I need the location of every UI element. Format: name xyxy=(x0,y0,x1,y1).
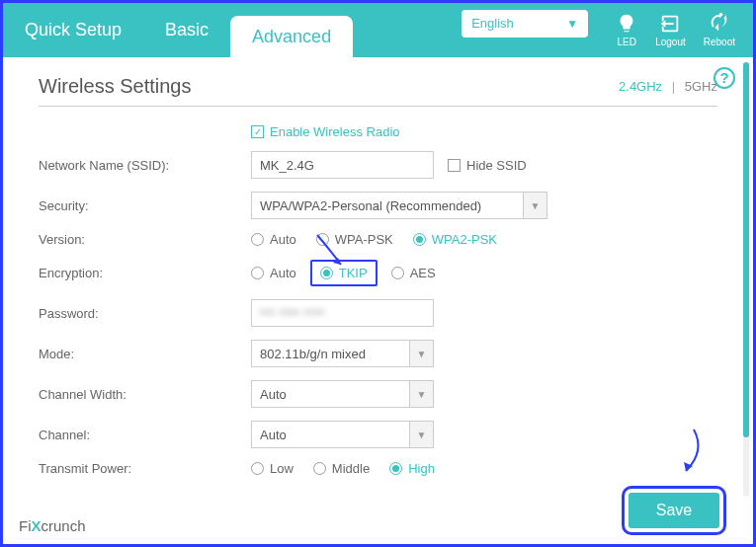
ssid-input[interactable] xyxy=(251,151,434,179)
encryption-label: Encryption: xyxy=(39,266,251,280)
header-bar: Quick Setup Basic Advanced English ▼ LED… xyxy=(3,3,753,57)
transmit-middle-radio[interactable]: Middle xyxy=(313,461,370,476)
scrollbar[interactable] xyxy=(743,62,749,497)
led-icon xyxy=(616,13,637,35)
version-wpa2psk-radio[interactable]: WPA2-PSK xyxy=(413,232,497,247)
transmit-high-radio[interactable]: High xyxy=(389,461,435,476)
title-row: Wireless Settings 2.4GHz | 5GHz xyxy=(39,75,717,107)
led-button[interactable]: LED xyxy=(616,13,637,47)
logout-button[interactable]: Logout xyxy=(655,13,686,47)
mode-label: Mode: xyxy=(39,347,251,361)
version-wpapsk-radio[interactable]: WPA-PSK xyxy=(316,232,393,247)
version-radio-group: Auto WPA-PSK WPA2-PSK xyxy=(251,232,497,247)
reboot-icon xyxy=(709,13,730,35)
help-icon[interactable]: ? xyxy=(714,67,735,89)
channel-width-select[interactable]: Auto ▼ xyxy=(251,380,434,408)
security-label: Security: xyxy=(39,198,251,213)
encryption-tkip-radio[interactable]: TKIP xyxy=(320,266,368,280)
tab-basic[interactable]: Basic xyxy=(143,3,230,57)
reboot-button[interactable]: Reboot xyxy=(704,13,735,47)
encryption-auto-radio[interactable]: Auto xyxy=(251,266,296,280)
encryption-radio-group: Auto TKIP AES xyxy=(251,260,436,286)
header-icons: LED Logout Reboot xyxy=(616,13,735,47)
language-select[interactable]: English ▼ xyxy=(462,10,588,38)
mode-select[interactable]: 802.11b/g/n mixed ▼ xyxy=(251,340,434,367)
password-input[interactable]: ••• •••• •••• xyxy=(251,299,434,327)
checkbox-checked-icon: ✓ xyxy=(251,125,264,138)
version-label: Version: xyxy=(39,232,251,247)
password-label: Password: xyxy=(39,306,251,321)
encryption-aes-radio[interactable]: AES xyxy=(391,266,436,280)
channel-width-label: Channel Width: xyxy=(39,387,251,402)
band-24ghz[interactable]: 2.4GHz xyxy=(619,79,662,94)
page-title: Wireless Settings xyxy=(39,75,192,98)
chevron-down-icon: ▼ xyxy=(409,381,433,407)
watermark-logo: FiXcrunch xyxy=(19,517,86,534)
tkip-highlight: TKIP xyxy=(310,260,378,286)
band-switcher: 2.4GHz | 5GHz xyxy=(619,79,717,94)
channel-select[interactable]: Auto ▼ xyxy=(251,421,434,448)
hide-ssid-checkbox[interactable]: Hide SSID xyxy=(448,158,527,173)
language-value: English xyxy=(471,16,514,31)
enable-wireless-checkbox[interactable]: ✓ Enable Wireless Radio xyxy=(251,124,717,139)
tab-advanced[interactable]: Advanced xyxy=(230,16,353,57)
chevron-down-icon: ▼ xyxy=(409,341,433,366)
save-button[interactable]: Save xyxy=(629,493,719,528)
chevron-down-icon: ▼ xyxy=(566,17,578,31)
transmit-low-radio[interactable]: Low xyxy=(251,461,294,476)
chevron-down-icon: ▼ xyxy=(409,422,433,447)
tab-quick-setup[interactable]: Quick Setup xyxy=(3,3,143,57)
chevron-down-icon: ▼ xyxy=(523,193,546,218)
transmit-radio-group: Low Middle High xyxy=(251,461,435,476)
scrollbar-thumb[interactable] xyxy=(743,62,749,437)
logout-icon xyxy=(659,13,681,35)
content-area: ? Wireless Settings 2.4GHz | 5GHz ✓ Enab… xyxy=(3,57,753,476)
band-5ghz[interactable]: 5GHz xyxy=(685,79,717,94)
channel-label: Channel: xyxy=(39,428,251,442)
checkbox-unchecked-icon xyxy=(448,159,461,172)
security-select[interactable]: WPA/WPA2-Personal (Recommended) ▼ xyxy=(251,192,547,219)
ssid-label: Network Name (SSID): xyxy=(39,158,251,173)
version-auto-radio[interactable]: Auto xyxy=(251,232,296,247)
transmit-label: Transmit Power: xyxy=(39,461,251,476)
